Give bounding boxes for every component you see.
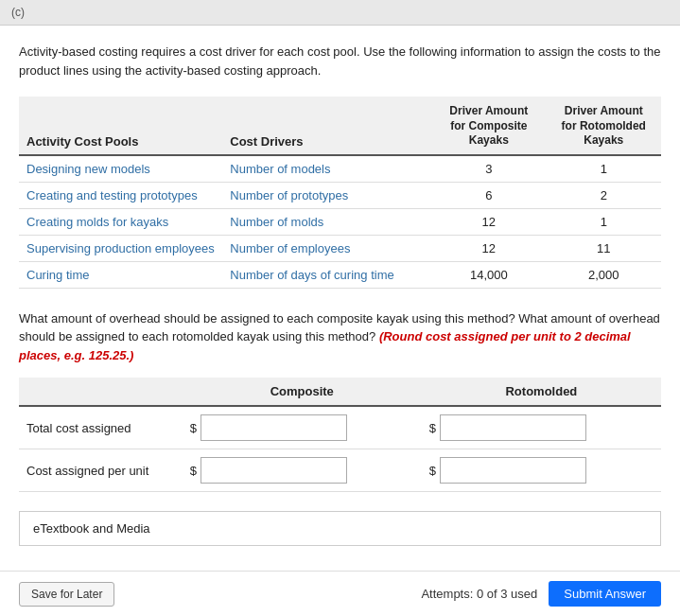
driver-cell-0: Number of models [222,155,431,183]
dollar-sign-2: $ [429,421,436,435]
table-row: Total cost assigned $ $ [19,406,661,449]
total-cost-rotomolded-cell: $ [422,406,661,449]
composite-value-1: 6 [431,182,546,208]
activity-cell-2: Creating molds for kayaks [19,208,222,235]
cost-assignment-section: Composite Rotomolded Total cost assigned… [19,378,661,492]
table-row: Supervising production employees Number … [19,235,661,261]
cost-per-unit-rotomolded-cell: $ [422,449,661,492]
activity-cell-0: Designing new models [19,155,222,183]
activity-cell-1: Creating and testing prototypes [19,182,222,208]
total-cost-label: Total cost assigned [19,406,183,449]
question-text: What amount of overhead should be assign… [19,309,661,365]
cost-per-unit-rotomolded-input[interactable] [440,457,586,484]
table-row: Designing new models Number of models 3 … [19,155,661,183]
cost-assignment-table: Composite Rotomolded Total cost assigned… [19,378,661,492]
total-cost-rotomolded-group: $ [429,414,654,441]
footer-note: Using multiple attempts will impact your… [19,612,661,616]
cost-per-unit-composite-group: $ [190,457,414,484]
footer-actions: Save for Later Attempts: 0 of 3 used Sub… [19,581,661,607]
total-cost-composite-input[interactable] [201,414,347,441]
driver-cell-1: Number of prototypes [222,182,431,208]
dollar-sign-3: $ [190,464,197,478]
composite-value-3: 12 [431,235,546,261]
col3-header: Driver Amount for Composite Kayaks [431,97,546,155]
total-cost-composite-cell: $ [183,406,422,449]
etextbook-label: eTextbook and Media [33,521,150,536]
table-row: Creating and testing prototypes Number o… [19,182,661,208]
footer-bar: Save for Later Attempts: 0 of 3 used Sub… [0,571,680,616]
rotomolded-value-2: 1 [547,208,661,235]
composite-value-2: 12 [431,208,546,235]
composite-value-4: 14,000 [431,261,546,288]
intro-text: Activity-based costing requires a cost d… [19,43,661,79]
driver-cell-3: Number of employees [222,235,431,261]
cost-per-unit-composite-input[interactable] [201,457,347,484]
rotomolded-value-3: 11 [547,235,661,261]
rotomolded-value-1: 2 [547,182,661,208]
total-cost-rotomolded-input[interactable] [440,414,586,441]
activity-cell-3: Supervising production employees [19,235,222,261]
driver-cell-2: Number of molds [222,208,431,235]
top-bar-label: (c) [11,6,25,19]
rotomolded-value-4: 2,000 [547,261,661,288]
dollar-sign-4: $ [429,464,436,478]
table2-composite-header: Composite [183,378,422,406]
col4-header: Driver Amount for Rotomolded Kayaks [547,97,661,155]
table-row: Curing time Number of days of curing tim… [19,261,661,288]
table-row: Creating molds for kayaks Number of mold… [19,208,661,235]
table2-col0-header [19,378,183,406]
save-later-button[interactable]: Save for Later [19,582,114,607]
table-row: Cost assigned per unit $ $ [19,449,661,492]
dollar-sign-1: $ [190,421,197,435]
table2-rotomolded-header: Rotomolded [422,378,661,406]
attempts-submit-group: Attempts: 0 of 3 used Submit Answer [421,581,661,607]
cost-per-unit-rotomolded-group: $ [429,457,654,484]
attempts-text: Attempts: 0 of 3 used [421,587,537,601]
cost-per-unit-label: Cost assigned per unit [19,449,183,492]
composite-value-0: 3 [431,155,546,183]
submit-answer-button[interactable]: Submit Answer [549,581,661,607]
activity-cost-pools-table: Activity Cost Pools Cost Drivers Driver … [19,97,661,289]
top-bar: (c) [0,0,680,26]
etextbook-bar: eTextbook and Media [19,511,661,546]
cost-per-unit-composite-cell: $ [183,449,422,492]
activity-cell-4: Curing time [19,261,222,288]
driver-cell-4: Number of days of curing time [222,261,431,288]
col2-header: Cost Drivers [222,97,431,155]
total-cost-composite-group: $ [190,414,414,441]
col1-header: Activity Cost Pools [19,97,222,155]
main-content: Activity-based costing requires a cost d… [0,26,680,571]
rotomolded-value-0: 1 [547,155,661,183]
